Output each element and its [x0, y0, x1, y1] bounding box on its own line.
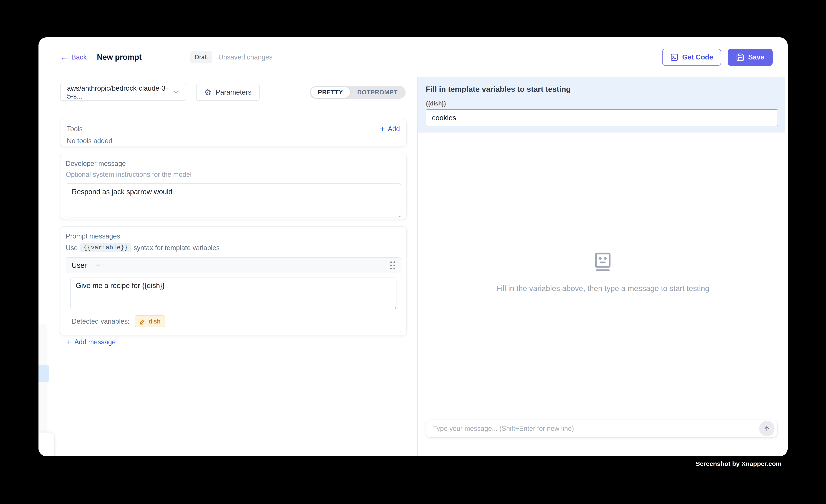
empty-state-text: Fill in the variables above, then type a… [496, 284, 709, 293]
unsaved-changes-text: Unsaved changes [218, 53, 273, 61]
chat-message-input[interactable] [433, 425, 759, 433]
status-badge: Draft [190, 51, 212, 63]
developer-message-hint: Optional system instructions for the mod… [66, 171, 401, 179]
parameters-label: Parameters [216, 88, 251, 96]
prompt-messages-hint: Use {{variable}} syntax for template var… [66, 243, 401, 252]
message-block: User Give me a recipe for {{dish}} Detec… [66, 257, 401, 333]
developer-message-card: Developer message Optional system instru… [60, 154, 407, 219]
arrow-up-icon [763, 425, 771, 433]
save-icon [736, 53, 745, 62]
toggle-dotprompt[interactable]: DOTPROMPT [350, 87, 405, 98]
tester-panel: Fill in template variables to start test… [417, 77, 788, 456]
template-variables-section: Fill in template variables to start test… [418, 77, 785, 132]
toggle-pretty[interactable]: PRETTY [311, 87, 350, 98]
user-message-textarea[interactable]: Give me a recipe for {{dish}} [70, 277, 397, 309]
watermark-text: Screenshot by Xnapper.com [696, 460, 781, 467]
view-mode-toggle: PRETTY DOTPROMPT [310, 86, 406, 99]
gear-icon: ⚙ [204, 88, 212, 97]
top-bar: ← Back New prompt Draft Unsaved changes … [39, 37, 788, 77]
add-message-button[interactable]: Add message [66, 338, 401, 346]
dish-variable-label: {{dish}} [426, 101, 778, 107]
role-select-value: User [72, 261, 87, 269]
plus-icon [379, 126, 386, 132]
pencil-icon [139, 318, 146, 325]
prompt-messages-label: Prompt messages [66, 232, 401, 240]
hint-prefix: Use [66, 244, 78, 252]
add-tool-label: Add [388, 125, 400, 133]
hint-suffix: syntax for template variables [134, 244, 220, 252]
terminal-icon [670, 53, 678, 61]
page-title: New prompt [97, 53, 141, 62]
role-select[interactable]: User [72, 261, 101, 269]
get-code-label: Get Code [682, 53, 713, 61]
variables-section-title: Fill in template variables to start test… [426, 85, 778, 93]
save-label: Save [748, 53, 764, 61]
get-code-button[interactable]: Get Code [662, 49, 721, 66]
composer-area [418, 413, 788, 456]
tools-label: Tools [67, 125, 82, 133]
tools-card: Tools Add No tools added [60, 119, 407, 146]
model-select-value: aws/anthropic/bedrock-claude-3-5-s... [67, 84, 173, 100]
developer-message-label: Developer message [66, 160, 401, 168]
back-label: Back [71, 53, 87, 61]
drag-handle-icon[interactable] [390, 261, 395, 269]
send-button[interactable] [759, 421, 775, 436]
composer [426, 420, 778, 438]
plus-icon [66, 339, 72, 345]
chevron-down-icon [173, 89, 179, 96]
editor-toolbar: aws/anthropic/bedrock-claude-3-5-s... ⚙ … [60, 84, 406, 101]
add-message-label: Add message [74, 338, 116, 346]
developer-message-textarea[interactable]: Respond as jack sparrow would [66, 183, 401, 217]
message-body: Give me a recipe for {{dish}} [66, 273, 401, 314]
variable-syntax-chip: {{variable}} [80, 243, 131, 252]
add-tool-button[interactable]: Add [379, 125, 400, 133]
back-arrow-icon: ← [60, 53, 68, 61]
topbar-actions: Get Code Save [662, 49, 773, 66]
variable-chip-label: dish [149, 318, 160, 325]
detected-variables-row: Detected variables: dish [66, 314, 401, 333]
back-button[interactable]: ← Back [60, 53, 87, 61]
variable-chip-dish[interactable]: dish [135, 315, 165, 327]
model-select[interactable]: aws/anthropic/bedrock-claude-3-5-s... [60, 84, 186, 101]
save-button[interactable]: Save [728, 49, 773, 66]
message-header: User [66, 258, 401, 273]
prompt-editor-panel: aws/anthropic/bedrock-claude-3-5-s... ⚙ … [39, 77, 417, 456]
sidebar-selected-item-fragment [39, 365, 49, 382]
sidebar-popover-fragment [39, 433, 55, 456]
no-tools-text: No tools added [67, 137, 400, 145]
prompt-messages-card: Prompt messages Use {{variable}} syntax … [60, 226, 407, 335]
robot-face-icon [594, 253, 611, 272]
app-window: ← Back New prompt Draft Unsaved changes … [39, 37, 788, 456]
dish-variable-input[interactable] [426, 109, 778, 126]
parameters-button[interactable]: ⚙ Parameters [196, 84, 259, 101]
chat-empty-state: Fill in the variables above, then type a… [418, 132, 788, 413]
chevron-down-icon [95, 262, 101, 268]
detected-variables-label: Detected variables: [72, 317, 129, 325]
